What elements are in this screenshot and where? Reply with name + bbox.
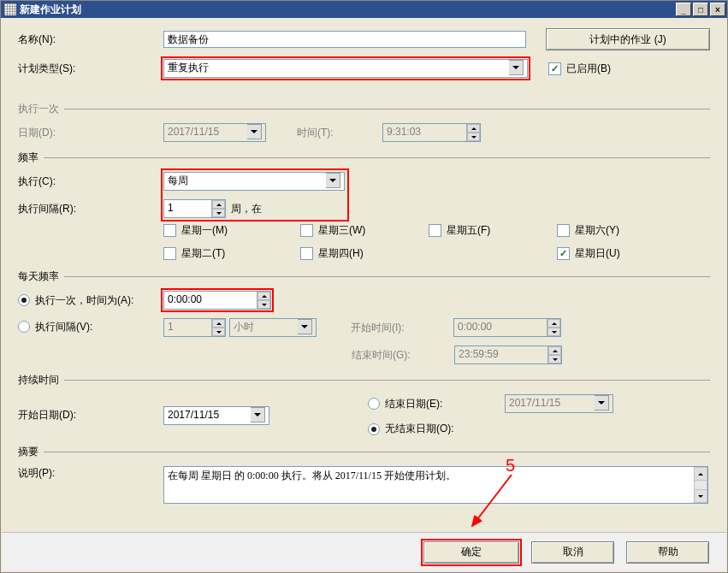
once-section-header: 执行一次	[18, 102, 710, 116]
chevron-down-icon[interactable]	[251, 407, 265, 422]
app-icon	[4, 3, 16, 15]
check-icon	[557, 247, 570, 260]
enabled-checkbox[interactable]: 已启用(B)	[548, 62, 611, 76]
scroll-down-icon[interactable]	[695, 489, 707, 502]
chevron-down-icon	[298, 319, 312, 334]
start-time-input	[453, 318, 561, 337]
chevron-down-icon[interactable]	[257, 300, 270, 309]
schedule-type-label: 计划类型(S):	[18, 62, 163, 76]
chevron-down-icon[interactable]	[509, 60, 524, 75]
occurs-label: 执行(C):	[18, 174, 163, 189]
summary-section-header: 摘要	[18, 445, 710, 459]
once-time-label: 时间(T):	[297, 126, 382, 140]
occurs-every-unit-select	[229, 318, 317, 337]
end-date-select	[505, 394, 613, 413]
radio-icon	[18, 294, 30, 306]
description-textarea[interactable]: 在每周 星期日 的 0:00:00 执行。将从 2017/11/15 开始使用计…	[163, 466, 708, 504]
chevron-up-icon	[547, 319, 560, 328]
client-area: 名称(N): 计划中的作业 (J) 计划类型(S): 已启用(	[1, 18, 727, 572]
saturday-checkbox[interactable]: 星期六(Y)	[557, 223, 619, 238]
once-date-select	[163, 123, 266, 142]
cancel-button[interactable]: 取消	[531, 541, 614, 564]
name-input[interactable]	[163, 31, 526, 48]
check-icon	[548, 62, 561, 75]
tuesday-checkbox[interactable]: 星期二(T)	[163, 246, 300, 261]
description-label: 说明(P):	[18, 466, 163, 481]
ok-button[interactable]: 确定	[423, 541, 519, 564]
occurs-every-radio[interactable]: 执行间隔(V):	[18, 320, 92, 334]
wednesday-checkbox[interactable]: 星期三(W)	[300, 223, 429, 238]
once-date-label: 日期(D):	[18, 126, 163, 140]
chevron-up-icon[interactable]	[257, 292, 270, 300]
scrollbar[interactable]	[694, 467, 707, 503]
end-date-radio[interactable]: 结束日期(E):	[368, 397, 505, 411]
recurs-unit: 周，在	[231, 202, 262, 216]
minimize-button[interactable]: _	[676, 3, 691, 16]
friday-checkbox[interactable]: 星期五(F)	[429, 223, 557, 238]
occurs-select[interactable]	[163, 172, 345, 191]
frequency-section-header: 频率	[18, 151, 710, 165]
chevron-down-icon	[547, 328, 560, 336]
sunday-checkbox[interactable]: 星期日(U)	[557, 246, 620, 261]
daily-frequency-section-header: 每天频率	[18, 269, 710, 284]
schedule-type-select[interactable]	[163, 59, 528, 78]
end-time-label: 结束时间(G):	[352, 348, 454, 363]
window-title: 新建作业计划	[20, 3, 81, 17]
chevron-down-icon	[548, 355, 561, 363]
start-date-select[interactable]	[163, 406, 269, 425]
help-button[interactable]: 帮助	[626, 541, 709, 564]
close-button[interactable]: ×	[710, 3, 725, 16]
occurs-every-value-input	[163, 318, 226, 337]
chevron-down-icon	[212, 328, 225, 336]
end-time-input	[454, 346, 562, 364]
window: 新建作业计划 _ □ × 名称(N): 计划中的作业 (J) 计划类型(S):	[0, 0, 728, 573]
occurs-once-time-input[interactable]	[163, 291, 271, 310]
chevron-up-icon	[212, 319, 225, 328]
chevron-up-icon	[467, 124, 480, 133]
maximize-button[interactable]: □	[693, 3, 708, 16]
start-date-label: 开始日期(D):	[18, 408, 163, 422]
jobs-in-schedule-button[interactable]: 计划中的作业 (J)	[546, 28, 710, 50]
radio-icon	[18, 321, 30, 333]
scroll-up-icon[interactable]	[695, 468, 707, 481]
no-end-date-radio[interactable]: 无结束日期(O):	[368, 422, 613, 436]
monday-checkbox[interactable]: 星期一(M)	[163, 223, 300, 238]
chevron-down-icon[interactable]	[326, 173, 340, 188]
enabled-label: 已启用(B)	[566, 62, 611, 76]
annotation-five: 5	[506, 456, 515, 476]
chevron-down-icon	[467, 133, 480, 141]
chevron-up-icon[interactable]	[212, 200, 225, 209]
start-time-label: 开始时间(I):	[351, 321, 453, 335]
duration-section-header: 持续时间	[18, 373, 710, 387]
name-label: 名称(N):	[18, 32, 163, 47]
occurs-once-radio[interactable]: 执行一次，时间为(A):	[18, 293, 133, 308]
title-bar: 新建作业计划 _ □ ×	[1, 1, 727, 18]
once-time-input	[382, 123, 481, 142]
recurs-input[interactable]	[163, 199, 226, 218]
chevron-up-icon	[548, 346, 561, 355]
thursday-checkbox[interactable]: 星期四(H)	[300, 246, 429, 261]
chevron-down-icon[interactable]	[212, 209, 225, 217]
radio-icon	[368, 423, 380, 435]
chevron-down-icon	[595, 395, 609, 411]
radio-icon	[368, 398, 380, 410]
chevron-down-icon	[247, 124, 262, 139]
footer: 确定 取消 帮助	[2, 532, 726, 571]
recurs-label: 执行间隔(R):	[18, 202, 163, 216]
